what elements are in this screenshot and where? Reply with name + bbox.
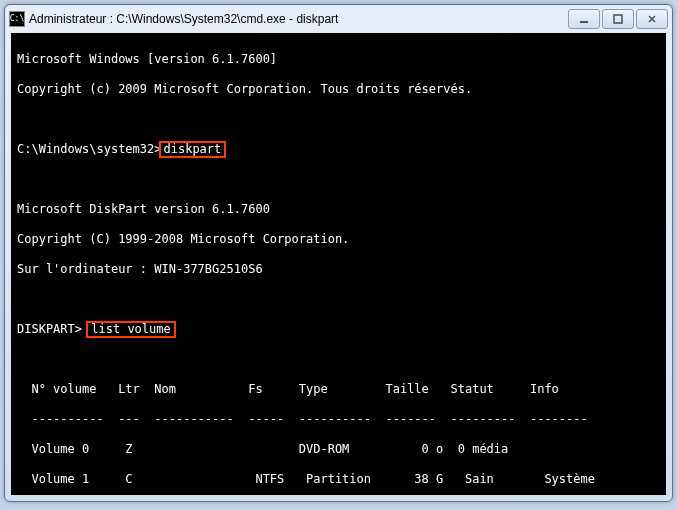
titlebar: C:\ Administrateur : C:\Windows\System32… <box>5 5 672 33</box>
window-controls <box>566 9 668 29</box>
diskpart-prompt: DISKPART> <box>17 322 82 336</box>
volume-divider: ---------- --- ----------- ----- -------… <box>17 412 660 427</box>
window-title: Administrateur : C:\Windows\System32\cmd… <box>29 12 566 26</box>
diskpart-header: Copyright (C) 1999-2008 Microsoft Corpor… <box>17 232 660 247</box>
cmd-icon: C:\ <box>9 11 25 27</box>
volume-header: N° volume Ltr Nom Fs Type Taille Statut … <box>17 382 660 397</box>
header-line: Copyright (c) 2009 Microsoft Corporation… <box>17 82 660 97</box>
maximize-button[interactable] <box>602 9 634 29</box>
volume-row: Volume 0 Z DVD-ROM 0 o 0 média <box>17 442 660 457</box>
volume-row: Volume 1 C NTFS Partition 38 G Sain Syst… <box>17 472 660 487</box>
svg-rect-0 <box>580 21 588 23</box>
typed-command: diskpart <box>159 141 227 158</box>
minimize-button[interactable] <box>568 9 600 29</box>
header-line: Microsoft Windows [version 6.1.7600] <box>17 52 660 67</box>
prompt: C:\Windows\system32> <box>17 142 162 156</box>
terminal-area[interactable]: Microsoft Windows [version 6.1.7600] Cop… <box>11 33 666 495</box>
typed-command: list volume <box>86 321 175 338</box>
cmd-window: C:\ Administrateur : C:\Windows\System32… <box>4 4 673 502</box>
svg-rect-1 <box>614 15 622 23</box>
close-button[interactable] <box>636 9 668 29</box>
diskpart-header: Sur l'ordinateur : WIN-377BG2510S6 <box>17 262 660 277</box>
diskpart-header: Microsoft DiskPart version 6.1.7600 <box>17 202 660 217</box>
